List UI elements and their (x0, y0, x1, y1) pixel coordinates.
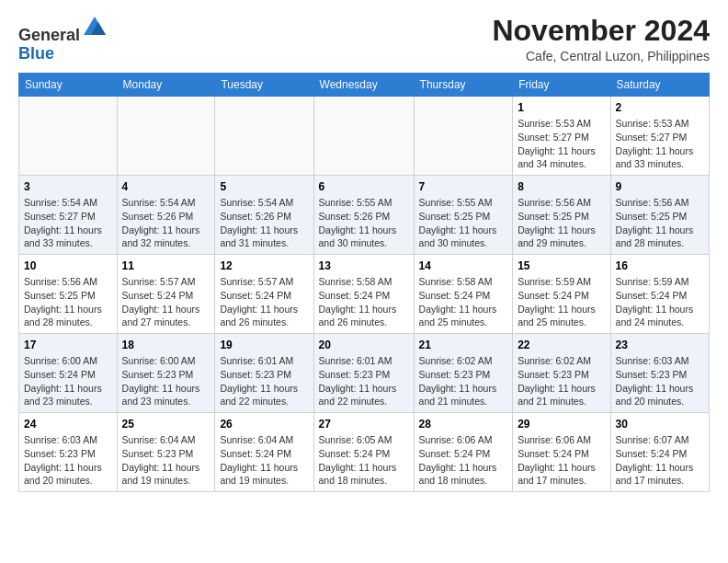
calendar-cell: 14Sunrise: 5:58 AM Sunset: 5:24 PM Dayli… (414, 255, 513, 334)
day-detail: Sunrise: 5:56 AM Sunset: 5:25 PM Dayligh… (24, 275, 112, 329)
calendar-cell (215, 97, 313, 176)
day-detail: Sunrise: 5:55 AM Sunset: 5:25 PM Dayligh… (419, 196, 508, 250)
column-header-wednesday: Wednesday (313, 74, 414, 97)
calendar-week-2: 3Sunrise: 5:54 AM Sunset: 5:27 PM Daylig… (19, 176, 710, 255)
logo-blue: Blue (18, 44, 54, 63)
day-detail: Sunrise: 5:57 AM Sunset: 5:24 PM Dayligh… (220, 275, 308, 329)
calendar-week-3: 10Sunrise: 5:56 AM Sunset: 5:25 PM Dayli… (19, 255, 710, 334)
logo-blue-text: Blue (18, 45, 108, 63)
day-detail: Sunrise: 6:00 AM Sunset: 5:24 PM Dayligh… (24, 354, 112, 408)
day-detail: Sunrise: 6:06 AM Sunset: 5:24 PM Dayligh… (518, 433, 605, 488)
calendar-cell: 24Sunrise: 6:03 AM Sunset: 5:23 PM Dayli… (19, 412, 118, 491)
day-detail: Sunrise: 6:04 AM Sunset: 5:24 PM Dayligh… (220, 433, 308, 488)
day-number: 18 (122, 338, 210, 352)
day-number: 6 (319, 179, 409, 194)
day-number: 15 (518, 259, 605, 273)
calendar-cell: 30Sunrise: 6:07 AM Sunset: 5:24 PM Dayli… (610, 412, 709, 491)
day-detail: Sunrise: 5:59 AM Sunset: 5:24 PM Dayligh… (616, 275, 704, 329)
calendar-cell: 8Sunrise: 5:56 AM Sunset: 5:25 PM Daylig… (513, 176, 610, 255)
day-detail: Sunrise: 6:02 AM Sunset: 5:23 PM Dayligh… (419, 354, 508, 408)
calendar-cell: 13Sunrise: 5:58 AM Sunset: 5:24 PM Dayli… (313, 255, 414, 334)
day-detail: Sunrise: 5:58 AM Sunset: 5:24 PM Dayligh… (419, 275, 508, 329)
month-title: November 2024 (492, 15, 710, 47)
calendar-cell: 16Sunrise: 5:59 AM Sunset: 5:24 PM Dayli… (610, 255, 709, 334)
calendar-cell: 25Sunrise: 6:04 AM Sunset: 5:23 PM Dayli… (117, 412, 215, 491)
day-detail: Sunrise: 5:53 AM Sunset: 5:27 PM Dayligh… (518, 117, 605, 171)
calendar-cell: 23Sunrise: 6:03 AM Sunset: 5:23 PM Dayli… (610, 334, 709, 413)
day-number: 27 (319, 417, 409, 431)
calendar-cell: 22Sunrise: 6:02 AM Sunset: 5:23 PM Dayli… (513, 334, 610, 413)
calendar-cell: 26Sunrise: 6:04 AM Sunset: 5:24 PM Dayli… (215, 412, 313, 491)
day-number: 29 (518, 417, 605, 431)
day-number: 8 (518, 179, 605, 194)
calendar-cell: 1Sunrise: 5:53 AM Sunset: 5:27 PM Daylig… (513, 97, 610, 176)
calendar-cell: 2Sunrise: 5:53 AM Sunset: 5:27 PM Daylig… (610, 97, 709, 176)
calendar-week-5: 24Sunrise: 6:03 AM Sunset: 5:23 PM Dayli… (19, 412, 710, 491)
calendar-cell: 10Sunrise: 5:56 AM Sunset: 5:25 PM Dayli… (19, 255, 118, 334)
day-number: 23 (616, 338, 704, 352)
calendar-cell: 18Sunrise: 6:00 AM Sunset: 5:23 PM Dayli… (117, 334, 215, 413)
day-detail: Sunrise: 6:07 AM Sunset: 5:24 PM Dayligh… (616, 433, 704, 488)
day-detail: Sunrise: 5:57 AM Sunset: 5:24 PM Dayligh… (122, 275, 210, 329)
calendar-cell: 11Sunrise: 5:57 AM Sunset: 5:24 PM Dayli… (117, 255, 215, 334)
day-detail: Sunrise: 6:03 AM Sunset: 5:23 PM Dayligh… (616, 354, 704, 408)
calendar-cell (117, 97, 215, 176)
day-number: 22 (518, 338, 605, 352)
page: General Blue November 2024 Cafe, Central… (0, 0, 728, 503)
column-header-sunday: Sunday (19, 74, 118, 97)
calendar-cell: 29Sunrise: 6:06 AM Sunset: 5:24 PM Dayli… (513, 412, 610, 491)
calendar-cell: 28Sunrise: 6:06 AM Sunset: 5:24 PM Dayli… (414, 412, 513, 491)
day-number: 28 (419, 417, 508, 431)
day-number: 1 (518, 100, 605, 115)
calendar-header-row: SundayMondayTuesdayWednesdayThursdayFrid… (19, 74, 710, 97)
logo-general: General (18, 26, 80, 44)
day-detail: Sunrise: 6:02 AM Sunset: 5:23 PM Dayligh… (518, 354, 605, 408)
calendar-cell (313, 97, 414, 176)
calendar-cell: 19Sunrise: 6:01 AM Sunset: 5:23 PM Dayli… (215, 334, 313, 413)
day-number: 16 (616, 259, 704, 273)
logo: General Blue (18, 15, 108, 63)
day-number: 5 (220, 179, 308, 194)
header: General Blue November 2024 Cafe, Central… (18, 15, 710, 63)
calendar-cell: 6Sunrise: 5:55 AM Sunset: 5:26 PM Daylig… (313, 176, 414, 255)
day-detail: Sunrise: 5:53 AM Sunset: 5:27 PM Dayligh… (616, 117, 704, 171)
day-number: 26 (220, 417, 308, 431)
day-detail: Sunrise: 5:56 AM Sunset: 5:25 PM Dayligh… (518, 196, 605, 250)
logo-icon (82, 15, 108, 40)
day-detail: Sunrise: 6:01 AM Sunset: 5:23 PM Dayligh… (220, 354, 308, 408)
day-detail: Sunrise: 6:04 AM Sunset: 5:23 PM Dayligh… (122, 433, 210, 488)
day-detail: Sunrise: 6:00 AM Sunset: 5:23 PM Dayligh… (122, 354, 210, 408)
day-number: 20 (319, 338, 409, 352)
day-detail: Sunrise: 5:59 AM Sunset: 5:24 PM Dayligh… (518, 275, 605, 329)
calendar-cell: 12Sunrise: 5:57 AM Sunset: 5:24 PM Dayli… (215, 255, 313, 334)
calendar-cell (414, 97, 513, 176)
day-detail: Sunrise: 6:01 AM Sunset: 5:23 PM Dayligh… (319, 354, 409, 408)
day-number: 2 (616, 100, 704, 115)
column-header-saturday: Saturday (610, 74, 709, 97)
day-detail: Sunrise: 5:54 AM Sunset: 5:26 PM Dayligh… (220, 196, 308, 250)
day-detail: Sunrise: 6:06 AM Sunset: 5:24 PM Dayligh… (419, 433, 508, 488)
day-number: 21 (419, 338, 508, 352)
calendar-cell: 21Sunrise: 6:02 AM Sunset: 5:23 PM Dayli… (414, 334, 513, 413)
day-detail: Sunrise: 5:56 AM Sunset: 5:25 PM Dayligh… (616, 196, 704, 250)
calendar-cell (19, 97, 118, 176)
title-block: November 2024 Cafe, Central Luzon, Phili… (492, 15, 710, 63)
day-detail: Sunrise: 5:54 AM Sunset: 5:27 PM Dayligh… (24, 196, 112, 250)
column-header-monday: Monday (117, 74, 215, 97)
day-number: 25 (122, 417, 210, 431)
calendar-week-4: 17Sunrise: 6:00 AM Sunset: 5:24 PM Dayli… (19, 334, 710, 413)
column-header-tuesday: Tuesday (215, 74, 313, 97)
day-number: 9 (616, 179, 704, 194)
day-detail: Sunrise: 6:05 AM Sunset: 5:24 PM Dayligh… (319, 433, 409, 488)
calendar-week-1: 1Sunrise: 5:53 AM Sunset: 5:27 PM Daylig… (19, 97, 710, 176)
day-detail: Sunrise: 5:54 AM Sunset: 5:26 PM Dayligh… (122, 196, 210, 250)
calendar-cell: 5Sunrise: 5:54 AM Sunset: 5:26 PM Daylig… (215, 176, 313, 255)
calendar-cell: 15Sunrise: 5:59 AM Sunset: 5:24 PM Dayli… (513, 255, 610, 334)
calendar-cell: 4Sunrise: 5:54 AM Sunset: 5:26 PM Daylig… (117, 176, 215, 255)
column-header-thursday: Thursday (414, 74, 513, 97)
day-number: 17 (24, 338, 112, 352)
day-number: 7 (419, 179, 508, 194)
calendar-cell: 27Sunrise: 6:05 AM Sunset: 5:24 PM Dayli… (313, 412, 414, 491)
calendar-cell: 20Sunrise: 6:01 AM Sunset: 5:23 PM Dayli… (313, 334, 414, 413)
day-number: 30 (616, 417, 704, 431)
